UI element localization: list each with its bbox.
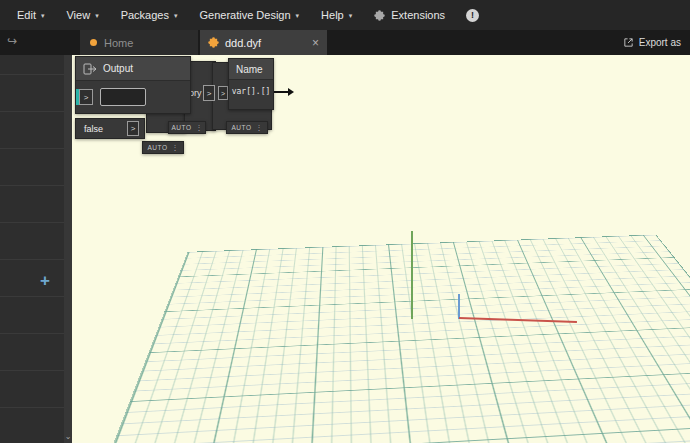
auto-label: AUTO bbox=[172, 124, 192, 131]
info-glyph: ! bbox=[471, 10, 474, 20]
tab-home[interactable]: Home bbox=[80, 30, 198, 55]
menu-help[interactable]: Help ▾ bbox=[310, 0, 363, 30]
output-name-input[interactable] bbox=[100, 88, 146, 106]
add-plus-icon[interactable]: + bbox=[40, 271, 50, 291]
home-dot-icon bbox=[90, 39, 97, 46]
output-node-icon bbox=[83, 63, 97, 75]
menu-packages[interactable]: Packages ▾ bbox=[110, 0, 189, 30]
close-icon[interactable]: × bbox=[312, 37, 319, 49]
export-as-label: Export as bbox=[639, 37, 681, 48]
menu-view-label: View bbox=[66, 9, 90, 21]
tabbar: ↪ Home ddd.dyf × Export as bbox=[0, 30, 690, 55]
output-port[interactable]: > bbox=[127, 121, 139, 136]
puzzle-icon bbox=[374, 10, 385, 21]
output-wire-arrow bbox=[288, 88, 294, 96]
menu-help-label: Help bbox=[321, 9, 344, 21]
output-node-title: Output bbox=[103, 63, 133, 74]
lacing-auto-strip[interactable]: AUTO ⋮ bbox=[168, 121, 206, 134]
boolean-node[interactable]: false > bbox=[75, 118, 145, 139]
menu-extensions-label: Extensions bbox=[391, 9, 445, 21]
input-port[interactable]: > bbox=[79, 89, 93, 105]
menu-view[interactable]: View ▾ bbox=[55, 0, 109, 30]
chevron-down-icon: ▾ bbox=[349, 12, 353, 19]
kebab-menu-icon[interactable]: ⋮ bbox=[171, 144, 178, 152]
dynamo-window: Edit ▾ View ▾ Packages ▾ Generative Desi… bbox=[0, 0, 690, 443]
menu-generative-design-label: Generative Design bbox=[199, 9, 290, 21]
name-node-header[interactable]: Name bbox=[229, 59, 273, 80]
name-node-title: Name bbox=[236, 64, 263, 75]
tab-ddd-dyf[interactable]: ddd.dyf × bbox=[200, 30, 327, 55]
input-port[interactable]: > bbox=[218, 86, 228, 100]
output-node-header[interactable]: Output bbox=[76, 57, 190, 81]
output-port[interactable]: > bbox=[203, 85, 215, 101]
kebab-menu-icon[interactable]: ⋮ bbox=[195, 124, 202, 132]
chevron-down-icon: ▾ bbox=[95, 12, 99, 19]
name-node-value: var[].[] bbox=[229, 87, 273, 96]
sidebar-scrollbar[interactable]: ⌄ bbox=[64, 55, 72, 443]
lacing-auto-strip[interactable]: AUTO ⋮ bbox=[226, 121, 268, 134]
info-icon[interactable]: ! bbox=[466, 9, 479, 22]
axis-blue bbox=[458, 294, 460, 319]
puzzle-icon bbox=[208, 37, 219, 48]
tab-home-label: Home bbox=[104, 37, 133, 49]
chevron-down-icon: ▾ bbox=[174, 12, 178, 19]
chevron-down-icon: ▾ bbox=[41, 12, 45, 19]
boolean-node-value: false bbox=[84, 124, 103, 134]
menu-generative-design[interactable]: Generative Design ▾ bbox=[188, 0, 310, 30]
export-icon bbox=[623, 37, 634, 48]
library-sidebar[interactable]: + ⌄ bbox=[0, 55, 72, 443]
kebab-menu-icon[interactable]: ⋮ bbox=[255, 124, 262, 132]
chevron-down-icon: ▾ bbox=[296, 12, 300, 19]
menubar: Edit ▾ View ▾ Packages ▾ Generative Desi… bbox=[0, 0, 690, 30]
auto-label: AUTO bbox=[148, 144, 168, 151]
menu-edit-label: Edit bbox=[17, 9, 36, 21]
output-node[interactable]: Output > bbox=[75, 56, 191, 114]
menu-extensions[interactable]: Extensions bbox=[363, 0, 456, 30]
menu-packages-label: Packages bbox=[121, 9, 169, 21]
workspace-canvas[interactable]: AUTO ⋮ AUTO ⋮ AUTO ⋮ > gory > > Name var… bbox=[72, 55, 690, 443]
menu-edit[interactable]: Edit ▾ bbox=[6, 0, 55, 30]
output-wire bbox=[274, 91, 288, 93]
name-node[interactable]: Name var[].[] bbox=[228, 58, 274, 110]
lacing-auto-strip[interactable]: AUTO ⋮ bbox=[142, 141, 184, 154]
tab-ddd-dyf-label: ddd.dyf bbox=[225, 37, 261, 49]
jump-arrow-icon[interactable]: ↪ bbox=[7, 34, 17, 48]
3d-grid-plane bbox=[77, 235, 690, 443]
export-as-button[interactable]: Export as bbox=[617, 30, 687, 55]
auto-label: AUTO bbox=[232, 124, 252, 131]
axis-green bbox=[411, 231, 413, 319]
